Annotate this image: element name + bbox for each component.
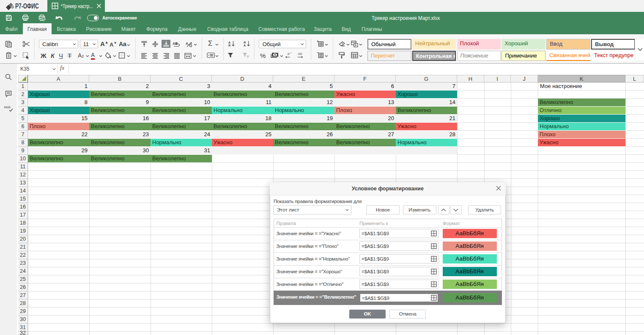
svg-text:.00: .00 <box>297 52 302 56</box>
svg-text:A: A <box>186 41 188 46</box>
svg-text:А: А <box>228 41 230 44</box>
svg-text:А: А <box>244 44 246 47</box>
svg-text:.0: .0 <box>287 52 290 56</box>
svg-text:Я: Я <box>244 41 246 44</box>
svg-text:АБВ: АБВ <box>4 105 11 109</box>
svg-text:Я: Я <box>228 44 230 47</box>
